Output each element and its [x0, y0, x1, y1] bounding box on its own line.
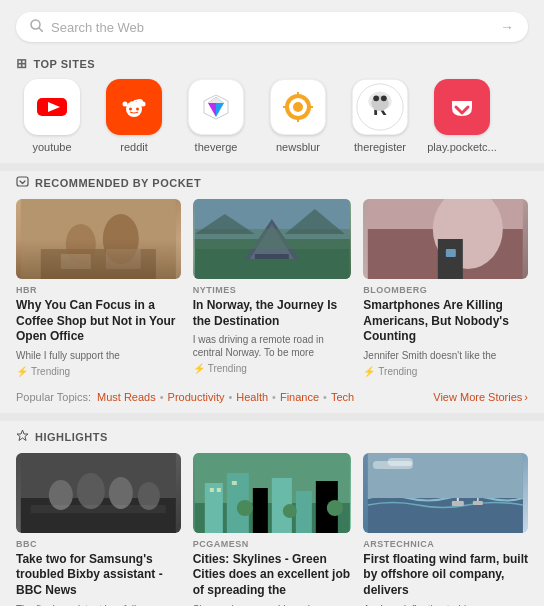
svg-point-31 [381, 95, 387, 101]
topic-must-reads[interactable]: Must Reads [97, 391, 156, 403]
card-image-pcgames [193, 453, 352, 533]
card-title-bbc: Take two for Samsung's troubled Bixby as… [16, 552, 181, 599]
site-youtube-label: youtube [16, 141, 88, 153]
trending-icon-3: ⚡ [363, 366, 375, 377]
site-verge-label: theverge [180, 141, 252, 153]
svg-point-8 [136, 108, 139, 111]
star-icon [16, 429, 29, 445]
topic-productivity[interactable]: Productivity [168, 391, 225, 403]
site-newsblur[interactable]: newsblur [262, 79, 334, 153]
svg-rect-45 [254, 254, 288, 259]
svg-line-10 [134, 100, 139, 101]
svg-rect-53 [446, 249, 456, 257]
svg-line-1 [39, 28, 43, 32]
card-meta-nytimes: ⚡ Trending [193, 363, 352, 374]
svg-rect-70 [209, 488, 213, 492]
svg-point-37 [66, 224, 96, 264]
topic-sep-3: • [272, 391, 276, 403]
chevron-right-icon: › [524, 391, 528, 403]
trending-icon-2: ⚡ [193, 363, 205, 374]
section-divider-1 [0, 163, 544, 171]
topic-sep-4: • [323, 391, 327, 403]
topic-tech[interactable]: Tech [331, 391, 354, 403]
highlight-card-pcgames[interactable]: PCGAMESN Cities: Skylines - Green Cities… [187, 453, 358, 606]
svg-rect-39 [61, 254, 91, 269]
svg-rect-36 [41, 249, 156, 279]
card-image-norway [193, 199, 352, 279]
pocket-icon [16, 175, 29, 191]
svg-point-75 [326, 500, 342, 516]
card-title-pcgames: Cities: Skylines - Green Cities does an … [193, 552, 352, 599]
site-reddit[interactable]: reddit [98, 79, 170, 153]
topics-label: Popular Topics: [16, 391, 91, 403]
svg-point-7 [129, 108, 132, 111]
card-desc-bbc: The firm's assistant has fallen [16, 603, 181, 606]
highlights-section: HIGHLIGHTS BBC Take two for Samsung's tr… [0, 421, 544, 606]
search-placeholder: Search the Web [51, 20, 500, 35]
site-theverge[interactable]: theverge [180, 79, 252, 153]
highlight-card-bbc[interactable]: BBC Take two for Samsung's troubled Bixb… [16, 453, 187, 606]
pocket-cards-grid: HBR Why You Can Focus in a Coffee Shop b… [0, 199, 544, 385]
card-source-ars: ARSTECHNICA [363, 539, 528, 549]
pocket-section: RECOMMENDED BY POCKET HBR Why You Can Fo… [0, 171, 544, 413]
svg-point-73 [236, 500, 252, 516]
card-source-hbr: HBR [16, 285, 181, 295]
site-reddit-label: reddit [98, 141, 170, 153]
site-register-label: theregister [344, 141, 416, 153]
svg-rect-66 [252, 488, 267, 533]
svg-rect-33 [17, 177, 28, 186]
card-title-hbr: Why You Can Focus in a Coffee Shop but N… [16, 298, 181, 345]
svg-point-11 [123, 102, 128, 107]
search-submit-icon[interactable]: → [500, 19, 514, 35]
card-desc-ars: Anchored, floating turbines [363, 603, 528, 606]
svg-rect-61 [31, 505, 166, 513]
svg-rect-35 [21, 199, 176, 279]
top-sites-header: ⊞ TOP SITES [0, 52, 544, 79]
site-theregister[interactable]: R theregister [344, 79, 416, 153]
card-source-bloomberg: BLOOMBERG [363, 285, 528, 295]
svg-point-30 [373, 95, 379, 101]
svg-point-38 [103, 214, 139, 264]
pocket-card-hbr[interactable]: HBR Why You Can Focus in a Coffee Shop b… [16, 199, 187, 385]
search-icon [30, 19, 43, 35]
search-bar[interactable]: Search the Web → [16, 12, 528, 42]
card-desc-nytimes: I was driving a remote road in central N… [193, 333, 352, 359]
card-image-ars [363, 453, 528, 533]
svg-rect-83 [473, 501, 483, 505]
svg-rect-72 [231, 481, 236, 485]
topic-finance[interactable]: Finance [280, 391, 319, 403]
svg-rect-71 [216, 488, 220, 492]
card-image-bloomberg [363, 199, 528, 279]
view-more-stories[interactable]: View More Stories › [433, 391, 528, 403]
svg-rect-86 [388, 458, 413, 466]
svg-rect-82 [452, 501, 464, 506]
card-meta-hbr: ⚡ Trending [16, 366, 181, 377]
highlight-card-ars[interactable]: ARSTECHNICA First floating wind farm, bu… [357, 453, 528, 606]
pocket-card-nytimes[interactable]: NYTIMES In Norway, the Journey Is the De… [187, 199, 358, 385]
svg-rect-52 [438, 239, 463, 279]
topic-sep-2: • [228, 391, 232, 403]
svg-rect-40 [106, 249, 141, 269]
svg-point-12 [141, 102, 146, 107]
card-title-ars: First floating wind farm, built by offsh… [363, 552, 528, 599]
svg-point-58 [77, 473, 105, 509]
pocket-header: RECOMMENDED BY POCKET [0, 171, 544, 199]
site-pocket[interactable]: play.pocketc... [426, 79, 498, 153]
card-source-bbc: BBC [16, 539, 181, 549]
site-newsblur-label: newsblur [262, 141, 334, 153]
site-pocket-label: play.pocketc... [426, 141, 498, 153]
trending-icon: ⚡ [16, 366, 28, 377]
popular-topics: Popular Topics: Must Reads • Productivit… [0, 385, 544, 409]
card-source-nytimes: NYTIMES [193, 285, 352, 295]
pocket-card-bloomberg[interactable]: BLOOMBERG Smartphones Are Killing Americ… [357, 199, 528, 385]
card-title-bloomberg: Smartphones Are Killing Americans, But N… [363, 298, 528, 345]
card-image-hbr [16, 199, 181, 279]
svg-marker-54 [17, 430, 28, 441]
svg-rect-68 [295, 491, 311, 533]
site-youtube[interactable]: youtube [16, 79, 88, 153]
top-sites-grid: youtube reddit [0, 79, 544, 163]
card-meta-bloomberg: ⚡ Trending [363, 366, 528, 377]
section-divider-2 [0, 413, 544, 421]
topic-health[interactable]: Health [236, 391, 268, 403]
svg-point-20 [293, 102, 303, 112]
